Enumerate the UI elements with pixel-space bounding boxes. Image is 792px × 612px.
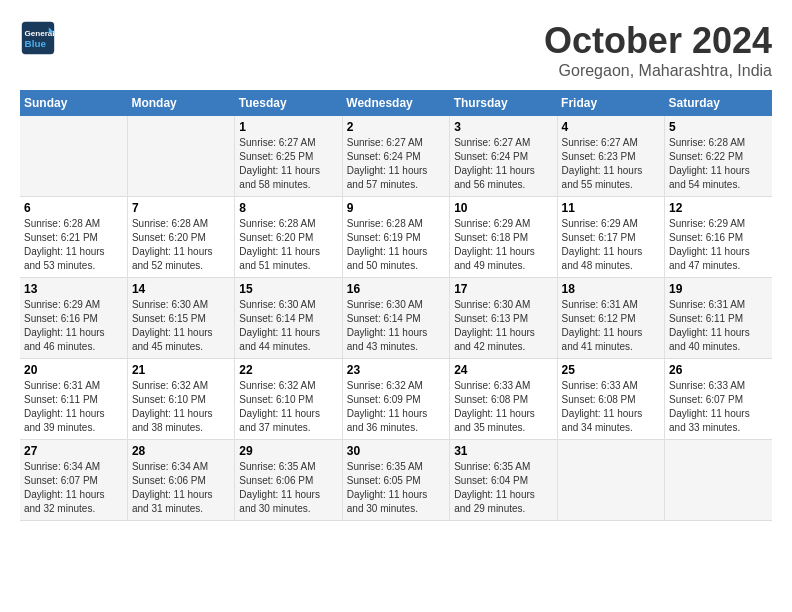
- weekday-header: Monday: [127, 90, 234, 116]
- weekday-header: Tuesday: [235, 90, 342, 116]
- calendar-cell: 24Sunrise: 6:33 AMSunset: 6:08 PMDayligh…: [450, 359, 557, 440]
- day-number: 27: [24, 444, 123, 458]
- calendar-cell: 7Sunrise: 6:28 AMSunset: 6:20 PMDaylight…: [127, 197, 234, 278]
- calendar-cell: 20Sunrise: 6:31 AMSunset: 6:11 PMDayligh…: [20, 359, 127, 440]
- day-info: Sunrise: 6:35 AMSunset: 6:05 PMDaylight:…: [347, 460, 445, 516]
- day-number: 15: [239, 282, 337, 296]
- calendar-week-row: 20Sunrise: 6:31 AMSunset: 6:11 PMDayligh…: [20, 359, 772, 440]
- day-info: Sunrise: 6:34 AMSunset: 6:07 PMDaylight:…: [24, 460, 123, 516]
- day-info: Sunrise: 6:29 AMSunset: 6:16 PMDaylight:…: [24, 298, 123, 354]
- day-number: 4: [562, 120, 660, 134]
- day-number: 10: [454, 201, 552, 215]
- calendar-cell: 9Sunrise: 6:28 AMSunset: 6:19 PMDaylight…: [342, 197, 449, 278]
- calendar-week-row: 27Sunrise: 6:34 AMSunset: 6:07 PMDayligh…: [20, 440, 772, 521]
- logo-icon: General Blue: [20, 20, 56, 56]
- day-info: Sunrise: 6:32 AMSunset: 6:09 PMDaylight:…: [347, 379, 445, 435]
- calendar-cell: 25Sunrise: 6:33 AMSunset: 6:08 PMDayligh…: [557, 359, 664, 440]
- day-number: 11: [562, 201, 660, 215]
- day-number: 14: [132, 282, 230, 296]
- day-number: 18: [562, 282, 660, 296]
- calendar-cell: 4Sunrise: 6:27 AMSunset: 6:23 PMDaylight…: [557, 116, 664, 197]
- calendar-cell: 29Sunrise: 6:35 AMSunset: 6:06 PMDayligh…: [235, 440, 342, 521]
- location-title: Goregaon, Maharashtra, India: [544, 62, 772, 80]
- day-info: Sunrise: 6:31 AMSunset: 6:12 PMDaylight:…: [562, 298, 660, 354]
- day-number: 25: [562, 363, 660, 377]
- day-number: 23: [347, 363, 445, 377]
- calendar-cell: 5Sunrise: 6:28 AMSunset: 6:22 PMDaylight…: [665, 116, 772, 197]
- calendar-cell: 23Sunrise: 6:32 AMSunset: 6:09 PMDayligh…: [342, 359, 449, 440]
- calendar-cell: [665, 440, 772, 521]
- calendar-cell: 3Sunrise: 6:27 AMSunset: 6:24 PMDaylight…: [450, 116, 557, 197]
- title-section: October 2024 Goregaon, Maharashtra, Indi…: [544, 20, 772, 80]
- calendar-cell: 18Sunrise: 6:31 AMSunset: 6:12 PMDayligh…: [557, 278, 664, 359]
- calendar-week-row: 6Sunrise: 6:28 AMSunset: 6:21 PMDaylight…: [20, 197, 772, 278]
- day-info: Sunrise: 6:30 AMSunset: 6:13 PMDaylight:…: [454, 298, 552, 354]
- calendar-cell: 6Sunrise: 6:28 AMSunset: 6:21 PMDaylight…: [20, 197, 127, 278]
- calendar-cell: 28Sunrise: 6:34 AMSunset: 6:06 PMDayligh…: [127, 440, 234, 521]
- calendar-cell: 8Sunrise: 6:28 AMSunset: 6:20 PMDaylight…: [235, 197, 342, 278]
- calendar-cell: 13Sunrise: 6:29 AMSunset: 6:16 PMDayligh…: [20, 278, 127, 359]
- day-number: 3: [454, 120, 552, 134]
- calendar-week-row: 1Sunrise: 6:27 AMSunset: 6:25 PMDaylight…: [20, 116, 772, 197]
- page-header: General Blue October 2024 Goregaon, Maha…: [20, 20, 772, 80]
- calendar-cell: 10Sunrise: 6:29 AMSunset: 6:18 PMDayligh…: [450, 197, 557, 278]
- day-info: Sunrise: 6:28 AMSunset: 6:20 PMDaylight:…: [132, 217, 230, 273]
- day-number: 29: [239, 444, 337, 458]
- day-info: Sunrise: 6:28 AMSunset: 6:21 PMDaylight:…: [24, 217, 123, 273]
- day-number: 5: [669, 120, 768, 134]
- day-number: 31: [454, 444, 552, 458]
- day-info: Sunrise: 6:32 AMSunset: 6:10 PMDaylight:…: [132, 379, 230, 435]
- calendar-cell: 1Sunrise: 6:27 AMSunset: 6:25 PMDaylight…: [235, 116, 342, 197]
- day-info: Sunrise: 6:30 AMSunset: 6:14 PMDaylight:…: [239, 298, 337, 354]
- calendar-cell: 15Sunrise: 6:30 AMSunset: 6:14 PMDayligh…: [235, 278, 342, 359]
- calendar-cell: 26Sunrise: 6:33 AMSunset: 6:07 PMDayligh…: [665, 359, 772, 440]
- calendar-cell: 17Sunrise: 6:30 AMSunset: 6:13 PMDayligh…: [450, 278, 557, 359]
- day-info: Sunrise: 6:28 AMSunset: 6:19 PMDaylight:…: [347, 217, 445, 273]
- calendar-cell: [20, 116, 127, 197]
- day-info: Sunrise: 6:27 AMSunset: 6:24 PMDaylight:…: [454, 136, 552, 192]
- calendar-cell: 19Sunrise: 6:31 AMSunset: 6:11 PMDayligh…: [665, 278, 772, 359]
- day-info: Sunrise: 6:34 AMSunset: 6:06 PMDaylight:…: [132, 460, 230, 516]
- day-info: Sunrise: 6:28 AMSunset: 6:22 PMDaylight:…: [669, 136, 768, 192]
- day-number: 19: [669, 282, 768, 296]
- calendar-cell: [127, 116, 234, 197]
- day-info: Sunrise: 6:33 AMSunset: 6:07 PMDaylight:…: [669, 379, 768, 435]
- calendar-cell: 21Sunrise: 6:32 AMSunset: 6:10 PMDayligh…: [127, 359, 234, 440]
- weekday-header: Friday: [557, 90, 664, 116]
- day-info: Sunrise: 6:28 AMSunset: 6:20 PMDaylight:…: [239, 217, 337, 273]
- day-info: Sunrise: 6:30 AMSunset: 6:14 PMDaylight:…: [347, 298, 445, 354]
- day-info: Sunrise: 6:27 AMSunset: 6:23 PMDaylight:…: [562, 136, 660, 192]
- day-number: 22: [239, 363, 337, 377]
- day-info: Sunrise: 6:27 AMSunset: 6:24 PMDaylight:…: [347, 136, 445, 192]
- month-title: October 2024: [544, 20, 772, 62]
- calendar-table: SundayMondayTuesdayWednesdayThursdayFrid…: [20, 90, 772, 521]
- weekday-header-row: SundayMondayTuesdayWednesdayThursdayFrid…: [20, 90, 772, 116]
- calendar-cell: 11Sunrise: 6:29 AMSunset: 6:17 PMDayligh…: [557, 197, 664, 278]
- day-number: 20: [24, 363, 123, 377]
- calendar-cell: 27Sunrise: 6:34 AMSunset: 6:07 PMDayligh…: [20, 440, 127, 521]
- day-number: 8: [239, 201, 337, 215]
- calendar-cell: 2Sunrise: 6:27 AMSunset: 6:24 PMDaylight…: [342, 116, 449, 197]
- calendar-cell: 12Sunrise: 6:29 AMSunset: 6:16 PMDayligh…: [665, 197, 772, 278]
- weekday-header: Thursday: [450, 90, 557, 116]
- day-info: Sunrise: 6:31 AMSunset: 6:11 PMDaylight:…: [24, 379, 123, 435]
- calendar-cell: 31Sunrise: 6:35 AMSunset: 6:04 PMDayligh…: [450, 440, 557, 521]
- logo: General Blue: [20, 20, 56, 56]
- day-info: Sunrise: 6:35 AMSunset: 6:04 PMDaylight:…: [454, 460, 552, 516]
- day-number: 24: [454, 363, 552, 377]
- day-number: 26: [669, 363, 768, 377]
- day-number: 21: [132, 363, 230, 377]
- day-number: 2: [347, 120, 445, 134]
- day-number: 13: [24, 282, 123, 296]
- calendar-cell: [557, 440, 664, 521]
- weekday-header: Sunday: [20, 90, 127, 116]
- day-info: Sunrise: 6:33 AMSunset: 6:08 PMDaylight:…: [454, 379, 552, 435]
- weekday-header: Wednesday: [342, 90, 449, 116]
- day-info: Sunrise: 6:31 AMSunset: 6:11 PMDaylight:…: [669, 298, 768, 354]
- day-number: 9: [347, 201, 445, 215]
- calendar-cell: 22Sunrise: 6:32 AMSunset: 6:10 PMDayligh…: [235, 359, 342, 440]
- svg-text:Blue: Blue: [25, 38, 47, 49]
- day-info: Sunrise: 6:27 AMSunset: 6:25 PMDaylight:…: [239, 136, 337, 192]
- day-number: 7: [132, 201, 230, 215]
- day-number: 30: [347, 444, 445, 458]
